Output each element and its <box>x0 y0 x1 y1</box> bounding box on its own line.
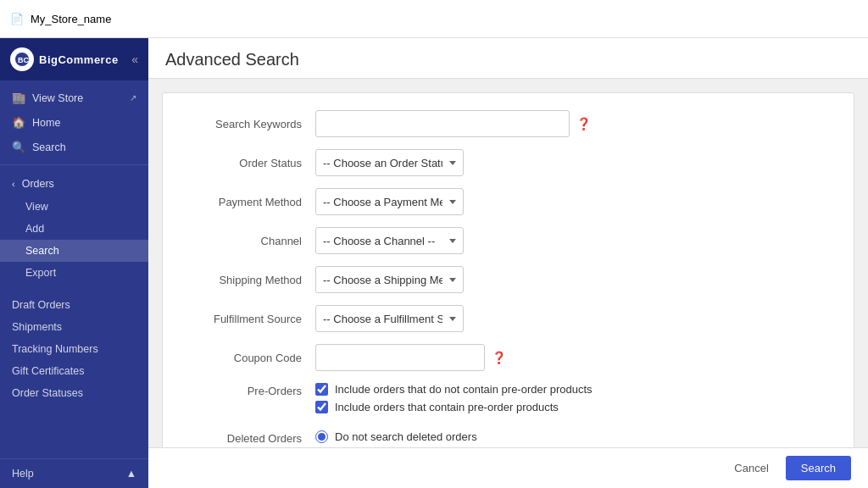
shipping-method-select[interactable]: -- Choose a Shipping Method -- <box>315 266 464 293</box>
deleted-orders-row: Deleted Orders Do not search deleted ord… <box>188 430 828 447</box>
do-not-search-deleted-radio[interactable] <box>315 430 328 443</box>
sidebar-item-order-statuses[interactable]: Order Statuses <box>0 382 148 404</box>
include-no-preorder-label: Include orders that do not contain pre-o… <box>335 383 593 396</box>
deleted-orders-radios: Do not search deleted orders Include del… <box>315 430 527 447</box>
sidebar-item-search-label: Search <box>32 141 66 153</box>
fulfillment-source-row: Fulfillment Source -- Choose a Fulfillme… <box>188 305 828 332</box>
fulfillment-source-label: Fulfillment Source <box>188 313 315 325</box>
search-keywords-label: Search Keywords <box>188 118 315 130</box>
sidebar-item-home-label: Home <box>32 117 60 129</box>
sidebar-item-view-store[interactable]: 🏬 View Store ↗ <box>0 86 148 110</box>
sidebar-top-links: 🏬 View Store ↗ 🏠 Home 🔍 Search <box>0 80 148 165</box>
pre-orders-label: Pre-Orders <box>188 383 315 397</box>
page-header: Advanced Search <box>148 38 868 79</box>
bottom-action-bar: Cancel Search <box>148 447 868 488</box>
svg-text:BC: BC <box>18 56 29 64</box>
deleted-orders-radio-1-row: Do not search deleted orders <box>315 430 527 443</box>
payment-method-label: Payment Method <box>188 196 315 208</box>
sidebar-item-orders-search-label: Search <box>25 245 59 257</box>
pre-orders-row: Pre-Orders Include orders that do not co… <box>188 383 828 419</box>
pre-orders-checkbox-2-row: Include orders that contain pre-order pr… <box>315 401 593 413</box>
store-name: My_Store_name <box>31 13 111 25</box>
include-preorder-checkbox[interactable] <box>315 401 328 413</box>
sidebar-help-label: Help <box>12 468 34 480</box>
payment-method-select[interactable]: -- Choose a Payment Method -- <box>315 188 464 215</box>
sidebar-item-gift-certificates[interactable]: Gift Certificates <box>0 360 148 382</box>
sidebar-item-shipments[interactable]: Shipments <box>0 316 148 338</box>
page-body: Search Keywords ❓ Order Status -- Choose… <box>148 79 868 447</box>
payment-method-row: Payment Method -- Choose a Payment Metho… <box>188 188 828 215</box>
coupon-code-label: Coupon Code <box>188 352 315 364</box>
sidebar-logo: BC BigCommerce « <box>0 38 148 80</box>
sidebar-item-gift-certificates-label: Gift Certificates <box>12 365 84 377</box>
sidebar-item-orders-search[interactable]: Search <box>0 240 148 262</box>
sidebar-collapse-button[interactable]: « <box>131 53 138 66</box>
sidebar-orders-section: ‹ Orders View Add Search Export <box>0 165 148 291</box>
channel-select[interactable]: -- Choose a Channel -- <box>315 227 464 254</box>
page-title: Advanced Search <box>165 50 851 69</box>
search-icon: 🔍 <box>12 141 25 153</box>
sidebar-item-draft-orders-label: Draft Orders <box>12 299 70 311</box>
shipping-method-label: Shipping Method <box>188 274 315 286</box>
sidebar-orders-label: Orders <box>22 178 54 190</box>
search-button[interactable]: Search <box>786 456 851 480</box>
pre-orders-checkboxes: Include orders that do not contain pre-o… <box>315 383 593 419</box>
bigcommerce-logo-icon: BC <box>10 47 34 71</box>
coupon-code-input[interactable] <box>315 344 485 371</box>
sidebar-item-home[interactable]: 🏠 Home <box>0 110 148 135</box>
external-link-icon: ↗ <box>130 93 136 103</box>
order-status-row: Order Status -- Choose an Order Status -… <box>188 149 828 176</box>
sidebar-item-draft-orders[interactable]: Draft Orders <box>0 294 148 316</box>
sidebar-sub-links: Draft Orders Shipments Tracking Numbers … <box>0 291 148 408</box>
sidebar-orders-header[interactable]: ‹ Orders <box>0 172 148 196</box>
search-keywords-input[interactable] <box>315 110 570 137</box>
sidebar-item-orders-add-label: Add <box>25 223 44 235</box>
include-preorder-label: Include orders that contain pre-order pr… <box>335 401 559 413</box>
chevron-up-icon: ▲ <box>126 468 136 480</box>
order-status-label: Order Status <box>188 157 315 169</box>
order-status-select[interactable]: -- Choose an Order Status -- <box>315 149 464 176</box>
sidebar-item-orders-view-label: View <box>25 201 48 213</box>
deleted-orders-label: Deleted Orders <box>188 430 315 445</box>
sidebar-logo-text: BigCommerce <box>39 53 119 66</box>
search-form-panel: Search Keywords ❓ Order Status -- Choose… <box>162 92 854 447</box>
home-icon: 🏠 <box>12 116 25 129</box>
chevron-left-icon: ‹ <box>12 179 15 189</box>
sidebar-item-orders-export[interactable]: Export <box>0 262 148 284</box>
search-keywords-help-icon: ❓ <box>576 117 591 130</box>
pre-orders-checkbox-1-row: Include orders that do not contain pre-o… <box>315 383 593 396</box>
sidebar-item-orders-export-label: Export <box>25 267 56 279</box>
channel-row: Channel -- Choose a Channel -- <box>188 227 828 254</box>
shipping-method-row: Shipping Method -- Choose a Shipping Met… <box>188 266 828 293</box>
sidebar-item-order-statuses-label: Order Statuses <box>12 387 83 399</box>
store-icon: 🏬 <box>12 92 25 104</box>
sidebar-item-tracking-numbers[interactable]: Tracking Numbers <box>0 338 148 360</box>
top-bar: 📄 My_Store_name <box>0 0 868 38</box>
sidebar-item-orders-add[interactable]: Add <box>0 218 148 240</box>
sidebar-item-view-store-label: View Store <box>32 92 83 104</box>
search-keywords-row: Search Keywords ❓ <box>188 110 828 137</box>
channel-label: Channel <box>188 235 315 247</box>
include-no-preorder-checkbox[interactable] <box>315 383 328 396</box>
coupon-code-row: Coupon Code ❓ <box>188 344 828 371</box>
content-area: Advanced Search Search Keywords ❓ Order … <box>148 38 868 488</box>
page-file-icon: 📄 <box>10 13 24 25</box>
sidebar-footer[interactable]: Help ▲ <box>0 458 148 488</box>
do-not-search-deleted-label: Do not search deleted orders <box>335 430 477 443</box>
sidebar-item-shipments-label: Shipments <box>12 321 62 333</box>
cancel-button[interactable]: Cancel <box>726 457 776 480</box>
sidebar-item-search[interactable]: 🔍 Search <box>0 135 148 159</box>
coupon-code-help-icon: ❓ <box>492 351 506 364</box>
sidebar-item-orders-view[interactable]: View <box>0 196 148 218</box>
fulfillment-source-select[interactable]: -- Choose a Fulfillment Source -- <box>315 305 464 332</box>
sidebar-item-tracking-numbers-label: Tracking Numbers <box>12 343 98 355</box>
sidebar: BC BigCommerce « 🏬 View Store ↗ 🏠 Home 🔍… <box>0 38 148 488</box>
